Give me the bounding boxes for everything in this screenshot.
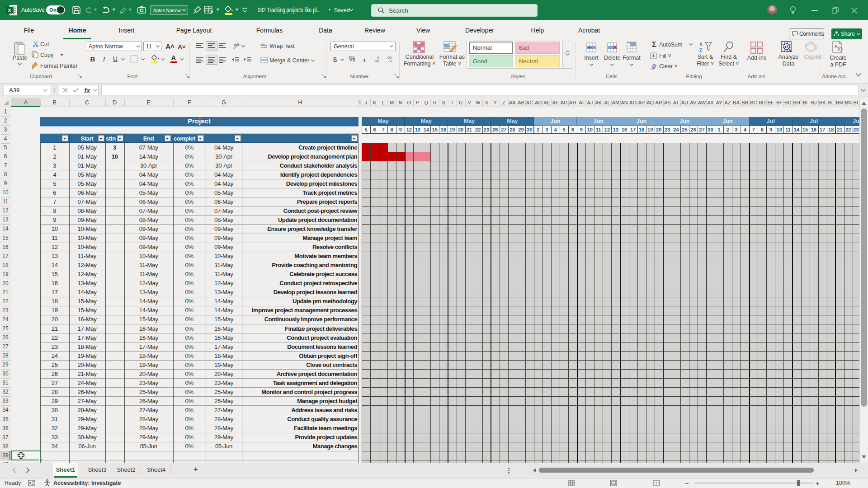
svg-text:Z: Z	[699, 48, 702, 53]
svg-text:A: A	[835, 44, 838, 49]
svg-text:→0: →0	[387, 59, 392, 63]
svg-text:A: A	[699, 42, 703, 47]
svg-text:X: X	[8, 8, 11, 13]
svg-text:ab: ab	[234, 43, 237, 46]
svg-text:.00: .00	[374, 59, 380, 63]
